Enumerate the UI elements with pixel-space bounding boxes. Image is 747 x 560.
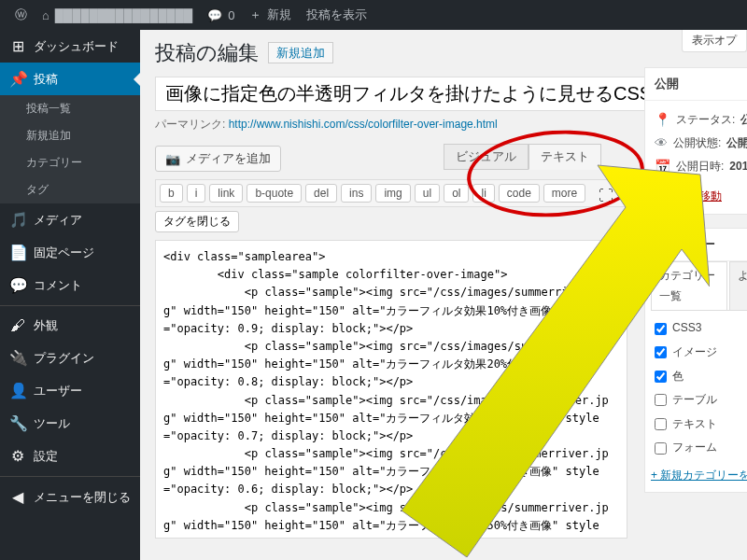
category-label: CSS3 — [672, 318, 701, 339]
sidebar-item-posts[interactable]: 📌投稿 — [0, 63, 140, 95]
media-icon: 🎵 — [9, 211, 26, 229]
submenu-posts-add[interactable]: 新規追加 — [0, 122, 140, 149]
wp-logo[interactable]: ⓦ — [7, 0, 35, 30]
category-box-title: カテゴリー — [645, 229, 747, 261]
pin-icon: 📌 — [9, 70, 26, 88]
category-item[interactable]: テーブル — [655, 388, 747, 413]
home-icon: ⌂ — [42, 8, 49, 22]
view-post-link[interactable]: 投稿を表示 — [299, 0, 374, 30]
user-icon: 👤 — [9, 382, 26, 399]
qtag-img[interactable]: img — [375, 184, 410, 203]
add-new-category-link[interactable]: + 新規カテゴリーを — [651, 460, 747, 486]
editor-tab-text[interactable]: テキスト — [529, 144, 601, 170]
sidebar-item-users[interactable]: 👤ユーザー — [0, 374, 140, 407]
admin-bar: ⓦ ⌂████████████████ 💬0 ＋新規 投稿を表示 — [0, 0, 747, 30]
gear-icon: ⚙ — [9, 447, 26, 465]
category-checkbox[interactable] — [655, 394, 667, 406]
sidebar-item-tools[interactable]: 🔧ツール — [0, 407, 140, 440]
site-name: ████████████████ — [55, 8, 192, 22]
admin-menu: ⊞ダッシュボード 📌投稿 投稿一覧 新規追加 カテゴリー タグ 🎵メディア 📄固… — [0, 30, 140, 560]
category-box: カテゴリー カテゴリー一覧 よ CSS3イメージ色テーブルテキストフォームボック… — [644, 228, 747, 493]
qtag-li[interactable]: li — [472, 184, 494, 203]
category-item[interactable]: 色 — [655, 365, 747, 389]
add-media-button[interactable]: 📷メディアを追加 — [155, 146, 281, 172]
annotation-red-oval — [464, 124, 647, 222]
category-label: 色 — [672, 367, 684, 387]
qtag-link[interactable]: link — [209, 184, 243, 203]
category-item[interactable]: イメージ — [655, 341, 747, 365]
sidebar-item-settings[interactable]: ⚙設定 — [0, 440, 140, 472]
category-label: フォーム — [672, 438, 717, 458]
plugin-icon: 🔌 — [9, 349, 26, 367]
qtag-ul[interactable]: ul — [415, 184, 440, 203]
comment-icon: 💬 — [9, 276, 26, 294]
publish-box: 公開 📍ステータス:公開 👁公開状態:公開 📅公開日時:2016年 ゴミ箱へ移動 — [644, 67, 747, 215]
sidebar-item-comments[interactable]: 💬コメント — [0, 269, 140, 301]
wordpress-icon: ⓦ — [15, 7, 27, 23]
category-list: CSS3イメージ色テーブルテキストフォームボックスユーザビリティ — [651, 311, 747, 460]
camera-icon: 📷 — [165, 152, 180, 166]
submenu-posts-all[interactable]: 投稿一覧 — [0, 95, 140, 122]
sidebar-item-plugins[interactable]: 🔌プラグイン — [0, 342, 140, 374]
qtag-ins[interactable]: ins — [341, 184, 372, 203]
fullscreen-button[interactable]: ⛶ — [591, 186, 621, 206]
permalink-label: パーマリンク: — [155, 118, 225, 131]
add-new-button[interactable]: 新規追加 — [268, 42, 333, 63]
category-checkbox[interactable] — [655, 418, 667, 430]
qtag-b[interactable]: b — [160, 184, 183, 203]
submenu-posts-tags[interactable]: タグ — [0, 176, 140, 203]
page-title: 投稿の編集 — [155, 39, 259, 67]
qtag-ol[interactable]: ol — [444, 184, 469, 203]
sidebar-item-appearance[interactable]: 🖌外観 — [0, 310, 140, 342]
sidebar-collapse[interactable]: ◀メニューを閉じる — [0, 481, 140, 513]
category-item[interactable]: フォーム — [655, 436, 747, 460]
quicktags-toolbar: bilinkb-quotedelinsimgulollicodemore⛶ — [155, 179, 627, 207]
category-checkbox[interactable] — [655, 346, 667, 358]
category-item[interactable]: CSS3 — [655, 316, 747, 341]
calendar-icon: 📅 — [655, 155, 670, 178]
wrench-icon: 🔧 — [9, 414, 26, 432]
status-row: 📍ステータス:公開 — [655, 108, 747, 132]
visibility-row: 👁公開状態:公開 — [655, 132, 747, 155]
posts-submenu: 投稿一覧 新規追加 カテゴリー タグ — [0, 95, 140, 203]
category-label: テーブル — [672, 390, 717, 411]
comment-icon: 💬 — [207, 8, 222, 22]
publish-box-title: 公開 — [645, 68, 747, 101]
date-row: 📅公開日時:2016年 — [655, 155, 747, 178]
category-tab-all[interactable]: カテゴリー一覧 — [651, 261, 727, 310]
category-item[interactable]: テキスト — [655, 413, 747, 437]
sidebar-item-pages[interactable]: 📄固定ページ — [0, 236, 140, 269]
collapse-icon: ◀ — [9, 488, 26, 506]
move-to-trash-link[interactable]: ゴミ箱へ移動 — [655, 189, 722, 203]
category-label: テキスト — [672, 414, 717, 435]
category-checkbox[interactable] — [655, 442, 667, 455]
eye-icon: 👁 — [655, 132, 668, 155]
qtag-code[interactable]: code — [499, 184, 540, 203]
dashboard-icon: ⊞ — [9, 37, 26, 55]
brush-icon: 🖌 — [9, 317, 26, 334]
screen-options-toggle[interactable]: 表示オプ — [682, 30, 747, 52]
pin-icon: 📍 — [655, 108, 670, 132]
editor-tab-visual[interactable]: ビジュアル — [444, 144, 529, 170]
sidebar-item-media[interactable]: 🎵メディア — [0, 203, 140, 236]
qtag-b-quote[interactable]: b-quote — [247, 184, 302, 203]
submenu-posts-categories[interactable]: カテゴリー — [0, 149, 140, 176]
category-checkbox[interactable] — [655, 323, 667, 335]
close-tags-button[interactable]: タグを閉じる — [155, 211, 239, 232]
new-content-link[interactable]: ＋新規 — [242, 0, 299, 30]
main-content: 表示オプ 投稿の編集 新規追加 パーマリンク: http://www.nishi… — [140, 30, 747, 560]
site-name-link[interactable]: ⌂████████████████ — [35, 0, 200, 30]
qtag-more[interactable]: more — [543, 184, 585, 203]
category-label: イメージ — [672, 343, 717, 363]
plus-icon: ＋ — [249, 7, 261, 23]
page-icon: 📄 — [9, 244, 26, 261]
qtag-i[interactable]: i — [187, 184, 206, 203]
post-content-textarea[interactable] — [155, 240, 627, 539]
qtag-del[interactable]: del — [305, 184, 337, 203]
category-tab-most-used[interactable]: よ — [729, 261, 747, 310]
category-checkbox[interactable] — [655, 371, 667, 383]
comments-link[interactable]: 💬0 — [200, 0, 242, 30]
permalink-url[interactable]: http://www.nishishi.com/css/colorfilter-… — [229, 118, 498, 131]
sidebar-item-dashboard[interactable]: ⊞ダッシュボード — [0, 30, 140, 63]
